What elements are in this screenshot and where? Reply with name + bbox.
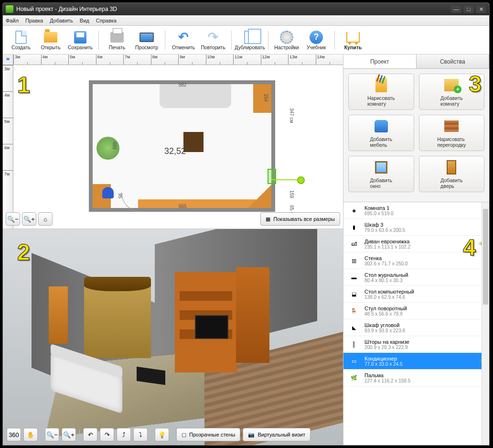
scrollbar[interactable] — [482, 202, 489, 445]
menu-help[interactable]: Справка — [96, 18, 117, 23]
room-outline[interactable]: 32,52 582 489 665 95 154 347 см 159 65 с… — [89, 80, 275, 212]
list-item[interactable]: ⬓Стол компьютерный138.0 x 62.9 x 74.6 — [343, 286, 489, 303]
folder-icon — [44, 32, 57, 43]
menubar: Файл Правка Добавить Вид Справка — [3, 15, 489, 26]
ruler-vertical: 3м4м5м6м7м — [3, 65, 13, 229]
new-button[interactable]: Создать — [7, 27, 35, 54]
tilt-up-button[interactable]: ⤴ — [117, 428, 131, 441]
redo-button[interactable]: ↷Повторить — [199, 27, 227, 54]
zoom-out-2d-button[interactable]: 🔍− — [6, 212, 20, 226]
sofa-2d[interactable] — [160, 84, 231, 108]
undo-button[interactable]: ↶Отменить — [169, 27, 198, 54]
object-icon: ▥ — [347, 254, 361, 267]
corner-cabinet-2d[interactable] — [248, 185, 271, 208]
zoom-in-3d-button[interactable]: 🔍+ — [62, 428, 76, 441]
printer-icon — [110, 32, 124, 43]
brick-wall-icon — [444, 120, 459, 132]
cabinet-3d[interactable] — [49, 286, 68, 344]
tab-properties[interactable]: Свойства — [417, 55, 490, 68]
add-door-button[interactable]: Добавитьдверь — [419, 156, 485, 192]
open-button[interactable]: Открыть — [36, 27, 65, 54]
tab-project[interactable]: Проект — [343, 55, 417, 68]
settings-button[interactable]: Настройки — [272, 27, 301, 54]
render-view-3d[interactable]: 360 ✋ 🔍− 🔍+ ↶ ↷ ⤴ ⤵ 💡 ▢Прозрачные стены … — [3, 229, 343, 445]
object-list[interactable]: ◈Комната 1695.0 x 519.0▮Шкаф 379.0 x 63.… — [343, 202, 489, 445]
room-area-label: 32,52 — [164, 146, 186, 156]
show-all-sizes-button[interactable]: ▦Показывать все размеры — [260, 212, 340, 226]
list-item[interactable]: ▮Шкаф 379.0 x 63.6 x 200.5 — [343, 219, 489, 236]
save-button[interactable]: Сохранить — [66, 27, 95, 54]
camera-icon: 📷 — [248, 432, 255, 438]
list-item[interactable]: ◣Шкаф угловой93.9 x 93.8 x 223.6 — [343, 319, 489, 336]
list-item[interactable]: 🌿Пальма127.4 x 116.2 x 158.5 — [343, 370, 489, 386]
dim-br: 154 — [263, 94, 268, 102]
object-name: Шкаф угловой — [364, 322, 405, 328]
cabinet-2d[interactable] — [253, 84, 271, 113]
scrollbar-thumb[interactable] — [483, 209, 488, 305]
transparent-walls-button[interactable]: ▢Прозрачные стены — [176, 428, 240, 441]
menu-view[interactable]: Вид — [80, 18, 89, 23]
tilt-down-button[interactable]: ⤵ — [133, 428, 148, 441]
list-item[interactable]: ║Шторы на карнизе200.9 x 20.3 x 222.9 — [343, 336, 489, 353]
duplicate-button[interactable]: Дублировать — [236, 27, 264, 54]
corner-cabinet-3d[interactable] — [236, 267, 269, 363]
dim-height: 347 см — [289, 108, 294, 123]
pencils-icon — [375, 78, 387, 92]
list-item[interactable]: ▬Стол журнальный80.4 x 80.1 x 30.3 — [343, 269, 489, 286]
object-icon: ▭ — [347, 355, 361, 367]
tutorial-button[interactable]: ?Учебник — [302, 27, 331, 54]
home-2d-button[interactable]: ⌂ — [38, 212, 53, 226]
list-item[interactable]: 🛋Диван еврокнижка235.1 x 113.1 x 102.2👁 — [343, 236, 489, 252]
menu-file[interactable]: Файл — [6, 18, 19, 23]
dim-left: 489 — [112, 142, 117, 150]
table-2d[interactable] — [183, 132, 204, 152]
object-dimensions: 77.0 x 33.0 x 24.5 — [364, 361, 403, 367]
gear-icon — [280, 31, 293, 44]
floppy-icon — [74, 31, 86, 44]
undo-icon: ↶ — [176, 30, 191, 44]
rotate-360-button[interactable]: 360 — [7, 428, 21, 441]
selected-object-handle[interactable] — [268, 169, 276, 184]
actions-panel: Нарисоватькомнату Добавитькомнату Добави… — [343, 69, 489, 202]
add-window-button[interactable]: Добавитьокно — [348, 156, 414, 192]
curtain-3d[interactable] — [84, 277, 151, 358]
add-furniture-button[interactable]: Добавитьмебель — [348, 115, 414, 151]
canvas-2d[interactable]: 32,52 582 489 665 95 154 347 см 159 65 с… — [13, 65, 343, 229]
light-button[interactable]: 💡 — [155, 428, 169, 441]
virtual-visit-button[interactable]: 📷Виртуальный визит — [243, 428, 311, 441]
object-name: Шкаф 3 — [364, 222, 405, 228]
door-2d[interactable] — [121, 193, 140, 212]
object-icon: 🛋 — [347, 238, 361, 250]
menu-edit[interactable]: Правка — [25, 18, 43, 23]
wallunit-2d[interactable] — [138, 199, 257, 208]
maximize-button[interactable]: □ — [463, 5, 474, 13]
app-icon — [6, 5, 13, 13]
menu-add[interactable]: Добавить — [50, 18, 73, 23]
draw-partition-button[interactable]: Нарисоватьперегородку — [419, 115, 485, 151]
right-panel-tabs: Проект Свойства — [343, 55, 489, 69]
list-item[interactable]: ▭Кондиционер77.0 x 33.0 x 24.5👁 — [343, 353, 489, 370]
rotate-right-button[interactable]: ↷ — [100, 428, 114, 441]
rotate-left-button[interactable]: ↶ — [83, 428, 97, 441]
print-button[interactable]: Печать — [103, 27, 131, 54]
add-room-button[interactable]: Добавитькомнату — [419, 74, 485, 110]
chair-2d[interactable] — [102, 187, 114, 198]
minimize-button[interactable]: — — [451, 5, 461, 13]
zoom-in-2d-button[interactable]: 🔍+ — [22, 212, 36, 226]
pan-button[interactable]: ✋ — [23, 428, 38, 441]
zoom-out-3d-button[interactable]: 🔍− — [45, 428, 59, 441]
object-dimensions: 235.1 x 113.1 x 102.2 — [364, 244, 410, 250]
close-button[interactable]: ✕ — [476, 5, 486, 13]
list-item[interactable]: 🪑Стул поворотный48.5 x 56.6 x 79.9 — [343, 303, 489, 319]
tv-3d[interactable] — [195, 315, 228, 339]
list-item[interactable]: ◈Комната 1695.0 x 519.0 — [343, 202, 489, 219]
buy-button[interactable]: Купить — [339, 27, 367, 54]
armchair-icon — [375, 120, 388, 132]
wall-icon: ▢ — [182, 432, 186, 438]
preview-button[interactable]: Просмотр — [132, 27, 161, 54]
list-item[interactable]: ▥Стенка302.6 x 71.7 x 250.0 — [343, 252, 489, 269]
draw-room-button[interactable]: Нарисоватькомнату — [348, 74, 414, 110]
plan-view-2d[interactable]: м 3м4м5м6м7м8м9м10м11м12м13м14м 3м4м5м6м… — [3, 55, 343, 229]
window-icon — [375, 161, 387, 174]
rotate-handle[interactable] — [297, 176, 305, 184]
